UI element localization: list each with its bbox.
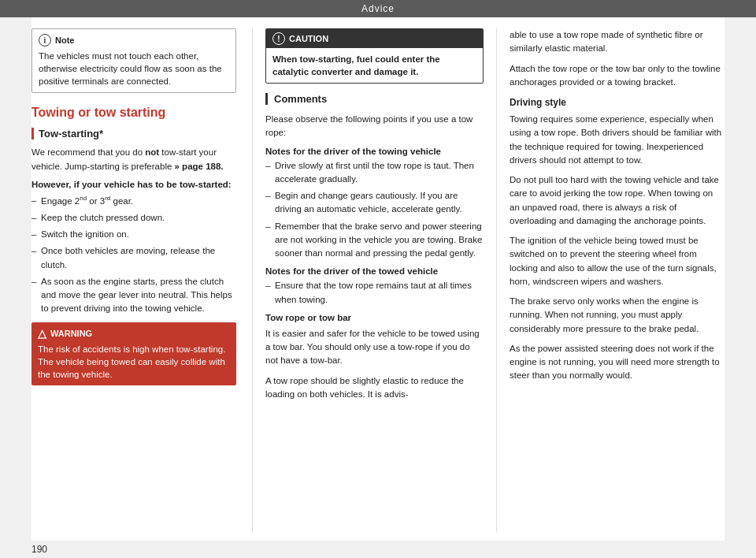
content-area: i Note The vehicles must not touch each …	[32, 17, 724, 541]
driver-towed-bullets: Ensure that the tow rope remains taut at…	[265, 279, 484, 307]
right-text4: Do not pull too hard with the towing veh…	[510, 173, 724, 228]
bold-section: However, if your vehicle has to be tow-s…	[32, 180, 236, 189]
note-box: i Note The vehicles must not touch each …	[32, 28, 236, 93]
right-column: able to use a tow rope made of synthetic…	[496, 28, 724, 533]
right-text5: The ignition of the vehicle being towed …	[510, 234, 724, 288]
tow-start-bullets: Engage 2nd or 3rd gear. Keep the clutch …	[32, 194, 236, 316]
warning-triangle-icon: △	[38, 327, 46, 340]
header-title: Advice	[361, 3, 395, 14]
info-icon: i	[39, 34, 51, 46]
note-box-header: i Note	[39, 34, 229, 46]
warning-box-header: △ WARNING	[38, 327, 230, 340]
note-label: Note	[55, 35, 74, 45]
page-container: Advice i Note The vehicles must not touc…	[0, 0, 756, 558]
warning-text: The risk of accidents is high when tow-s…	[38, 343, 230, 381]
tow-rope-title: Tow rope or tow bar	[265, 313, 484, 322]
driver-towing-header: Notes for the driver of the towing vehic…	[265, 147, 484, 156]
bullet-item: Once both vehicles are moving, release t…	[32, 244, 236, 272]
bullet-item: Remember that the brake servo and power …	[265, 220, 484, 261]
intro-text: We recommend that you do not tow-start y…	[32, 146, 236, 173]
note-text: The vehicles must not touch each other, …	[39, 50, 229, 87]
right-text7: As the power assisted steering does not …	[510, 342, 724, 383]
right-text1: able to use a tow rope made of synthetic…	[510, 28, 724, 56]
bullet-item: Drive slowly at first until the tow rope…	[265, 159, 484, 187]
driver-towing-bullets: Drive slowly at first until the tow rope…	[265, 159, 484, 261]
right-text2: Attach the tow rope or the tow bar only …	[510, 62, 724, 90]
right-text3: Towing requires some experience, especia…	[510, 113, 724, 167]
driving-style-title: Driving style	[510, 95, 724, 110]
section-title: Towing or tow starting	[32, 106, 236, 120]
bullet-item: Keep the clutch pressed down.	[32, 211, 236, 225]
driver-towed-header: Notes for the driver of the towed vehicl…	[265, 266, 484, 276]
bullet-item: Begin and change gears cautiously. If yo…	[265, 189, 484, 217]
caution-icon: !	[272, 32, 285, 45]
subsection-title: Tow-starting*	[32, 128, 236, 140]
warning-box: △ WARNING The risk of accidents is high …	[32, 322, 236, 385]
caution-text: When tow-starting, fuel could enter the …	[272, 53, 476, 78]
caution-box-header: ! CAUTION	[266, 29, 483, 48]
bullet-item: Engage 2nd or 3rd gear.	[32, 194, 236, 208]
bullet-item: Ensure that the tow rope remains taut at…	[265, 279, 484, 307]
caution-label: CAUTION	[289, 34, 328, 43]
right-text6: The brake servo only works when the engi…	[510, 295, 724, 336]
tow-rope-text1: It is easier and safer for the vehicle t…	[265, 327, 484, 368]
comments-intro: Please observe the following points if y…	[265, 113, 484, 140]
comments-title: Comments	[274, 93, 484, 105]
warning-label: WARNING	[50, 329, 92, 338]
comments-section: Comments	[265, 93, 484, 105]
bullet-item: As soon as the engine starts, press the …	[32, 275, 236, 316]
tow-rope-text2: A tow rope should be slightly elastic to…	[265, 374, 484, 402]
left-column: i Note The vehicles must not touch each …	[32, 28, 252, 533]
header-bar: Advice	[0, 0, 756, 17]
middle-column: ! CAUTION When tow-starting, fuel could …	[252, 28, 496, 533]
bullet-item: Switch the ignition on.	[32, 228, 236, 241]
page-number: 190	[0, 541, 756, 558]
caution-box: ! CAUTION When tow-starting, fuel could …	[265, 28, 484, 84]
